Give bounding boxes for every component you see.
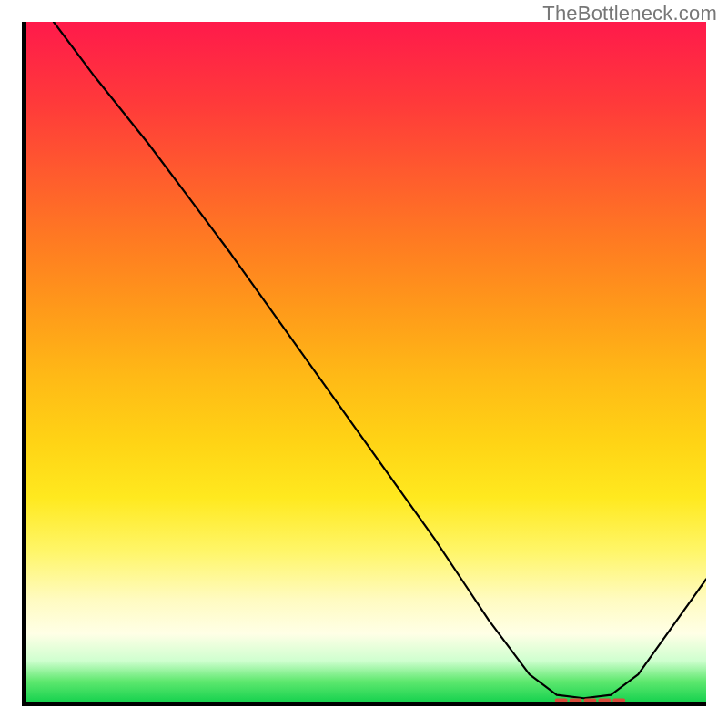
bottleneck-curve: [54, 22, 706, 698]
chart-container: TheBottleneck.com: [0, 0, 728, 728]
plot-area: [22, 22, 706, 706]
chart-svg: [26, 22, 706, 702]
